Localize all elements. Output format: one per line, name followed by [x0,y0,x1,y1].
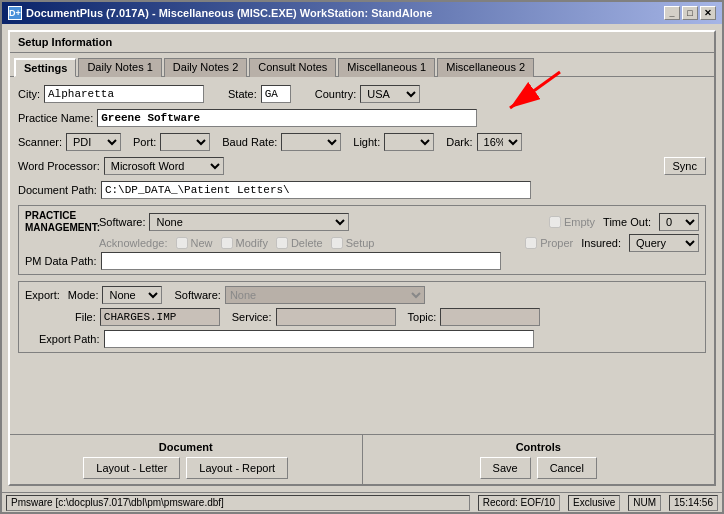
doc-path-input[interactable] [101,181,531,199]
dark-label: Dark: [446,136,472,148]
export-file-input[interactable] [100,308,220,326]
title-bar-left: D+ DocumentPlus (7.017A) - Miscellaneous… [8,6,432,20]
country-label: Country: [315,88,357,100]
practice-name-row: Practice Name: [18,109,706,127]
tab-consult-notes[interactable]: Consult Notes [249,58,336,77]
maximize-button[interactable]: □ [682,6,698,20]
scanner-select[interactable]: PDI [66,133,121,151]
export-service-label: Service: [232,311,272,323]
export-path-input[interactable] [104,330,534,348]
export-topic-label: Topic: [408,311,437,323]
tab-settings[interactable]: Settings [14,58,76,77]
pm-software-select[interactable]: None [149,213,349,231]
document-buttons: Layout - Letter Layout - Report [83,457,288,479]
app-icon: D+ [8,6,22,20]
save-button[interactable]: Save [480,457,531,479]
ack-setup-checkbox[interactable]: Setup [331,237,375,249]
practice-label: Practice Name: [18,112,93,124]
dark-select[interactable]: 16% [477,133,522,151]
export-path-label: Export Path: [39,333,100,345]
city-state-country-row: City: State: Country: USA [18,85,706,103]
tabs-row: Settings Daily Notes 1 Daily Notes 2 Con… [10,53,714,76]
light-select[interactable] [384,133,434,151]
ack-label: Acknowledge: [99,237,168,249]
pm-timeout-label: Time Out: [603,216,651,228]
scanner-row: Scanner: PDI Port: Baud Rate: Light: [18,133,706,151]
state-label: State: [228,88,257,100]
pm-insured-label: Insured: [581,237,621,249]
timeout-select[interactable]: 0 [659,213,699,231]
pm-data-path-row: PM Data Path: [25,252,699,270]
status-path: Pmsware [c:\docplus7.017\dbl\pm\pmsware.… [6,495,470,511]
export-file-row: File: Service: Topic: [25,308,699,326]
tab-miscellaneous-2[interactable]: Miscellaneous 2 [437,58,534,77]
ack-modify-checkbox[interactable]: Modify [221,237,268,249]
layout-report-button[interactable]: Layout - Report [186,457,288,479]
pm-proper-checkbox[interactable]: Proper [525,237,573,249]
baud-label: Baud Rate: [222,136,277,148]
ack-new-checkbox[interactable]: New [176,237,213,249]
pm-section: PRACTICEMANAGEMENT: Software: None Empty… [18,205,706,275]
pm-data-path-label: PM Data Path: [25,255,97,267]
status-exclusive: Exclusive [568,495,620,511]
city-label: City: [18,88,40,100]
tab-daily-notes-1[interactable]: Daily Notes 1 [78,58,161,77]
content-area: Setup Information Settings Daily Notes 1… [2,24,722,492]
layout-letter-button[interactable]: Layout - Letter [83,457,180,479]
window-title: DocumentPlus (7.017A) - Miscellaneous (M… [26,7,432,19]
baud-select[interactable] [281,133,341,151]
pm-mid-row: Acknowledge: New Modify Delete Setup [25,234,699,252]
status-time: 15:14:56 [669,495,718,511]
export-software-select[interactable]: None [225,286,425,304]
state-input[interactable] [261,85,291,103]
document-section: Document Layout - Letter Layout - Report [10,435,363,484]
export-service-input[interactable] [276,308,396,326]
city-input[interactable] [44,85,204,103]
controls-header: Controls [516,441,561,453]
pm-data-path-input[interactable] [101,252,501,270]
main-window: D+ DocumentPlus (7.017A) - Miscellaneous… [0,0,724,514]
wp-select[interactable]: Microsoft Word [104,157,224,175]
controls-buttons: Save Cancel [480,457,597,479]
sync-button[interactable]: Sync [664,157,706,175]
export-section: Export: Mode: None Software: None File: [18,281,706,353]
tab-content: City: State: Country: USA Practice Name: [10,76,714,434]
document-header: Document [159,441,213,453]
export-label: Export: [25,289,60,301]
word-processor-row: Word Processor: Microsoft Word Sync [18,157,706,175]
light-label: Light: [353,136,380,148]
close-button[interactable]: ✕ [700,6,716,20]
export-mode-select[interactable]: None [102,286,162,304]
doc-path-row: Document Path: [18,181,706,199]
insured-select[interactable]: Query [629,234,699,252]
pm-empty-checkbox[interactable]: Empty [549,216,595,228]
minimize-button[interactable]: _ [664,6,680,20]
port-select[interactable] [160,133,210,151]
ack-delete-checkbox[interactable]: Delete [276,237,323,249]
scanner-label: Scanner: [18,136,62,148]
practice-input[interactable] [97,109,477,127]
setup-panel: Setup Information Settings Daily Notes 1… [8,30,716,486]
bottom-bar: Document Layout - Letter Layout - Report… [10,434,714,484]
pm-top-row: PRACTICEMANAGEMENT: Software: None Empty… [25,210,699,234]
cancel-button[interactable]: Cancel [537,457,597,479]
title-bar: D+ DocumentPlus (7.017A) - Miscellaneous… [2,2,722,24]
country-select[interactable]: USA [360,85,420,103]
pm-label: PRACTICEMANAGEMENT: [25,210,95,234]
export-mode-row: Export: Mode: None Software: None [25,286,699,304]
tab-miscellaneous-1[interactable]: Miscellaneous 1 [338,58,435,77]
pm-software-label: Software: [99,216,145,228]
export-topic-input[interactable] [440,308,540,326]
export-file-label: File: [75,311,96,323]
doc-path-label: Document Path: [18,184,97,196]
status-record: Record: EOF/10 [478,495,560,511]
wp-label: Word Processor: [18,160,100,172]
status-bar: Pmsware [c:\docplus7.017\dbl\pm\pmsware.… [2,492,722,512]
export-mode-label: Mode: [68,289,99,301]
port-label: Port: [133,136,156,148]
export-path-row: Export Path: [25,330,699,348]
setup-title: Setup Information [10,32,714,53]
tab-daily-notes-2[interactable]: Daily Notes 2 [164,58,247,77]
title-buttons: _ □ ✕ [664,6,716,20]
controls-section: Controls Save Cancel [363,435,715,484]
